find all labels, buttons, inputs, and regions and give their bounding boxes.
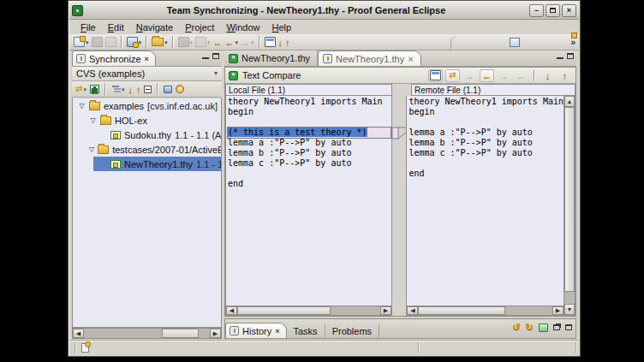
print-button[interactable] [104, 35, 117, 50]
maximize-editor-button[interactable] [567, 53, 574, 59]
scroll-right-button[interactable]: ▶ [210, 329, 221, 338]
tab-synchronize[interactable]: Synchronize × [72, 50, 156, 66]
scroll-down-button[interactable]: ▼ [564, 304, 575, 315]
tree-row-hol-ex[interactable]: ▽ HOL-ex [73, 113, 221, 128]
tab-tasks[interactable]: Tasks [287, 323, 325, 338]
refresh-button[interactable]: ↺ [513, 323, 521, 332]
scrollbar-track[interactable] [564, 107, 575, 304]
previous-difference-button[interactable]: ↑ [558, 69, 572, 82]
pin-history-button[interactable] [539, 323, 548, 332]
copy-change-left-button[interactable]: ← [480, 69, 494, 82]
ancestor-pane-button[interactable] [428, 69, 443, 82]
copy-all-right-button[interactable]: → [462, 69, 477, 82]
fast-view-icon[interactable] [81, 343, 89, 353]
remote-horizontal-scrollbar[interactable]: ◀ ▶ [407, 306, 564, 315]
menu-help[interactable]: Help [266, 21, 298, 33]
scrollbar-thumb[interactable] [564, 107, 575, 292]
scrollbar-track[interactable] [84, 329, 210, 338]
collapse-all-button[interactable] [143, 82, 152, 97]
synchronize-button[interactable]: ▾ [126, 35, 143, 50]
scrollbar-track[interactable] [237, 306, 380, 315]
previous-change-button[interactable]: ↑ [135, 82, 142, 97]
checkout-button[interactable]: ▾ [151, 35, 169, 50]
layout-mode-button[interactable]: ▾ [110, 82, 126, 97]
last-edit-location-button[interactable] [264, 35, 277, 50]
menu-edit[interactable]: Edit [102, 21, 130, 33]
maximize-view-button[interactable] [565, 324, 572, 330]
remote-vertical-scrollbar[interactable]: ▲ ▼ [564, 96, 575, 315]
sidebar-horizontal-scrollbar[interactable]: ◀ ▶ [72, 328, 222, 339]
tab-problems[interactable]: Problems [325, 323, 379, 338]
remote-code[interactable]: theory NewTheory1 imports Main begin lem… [407, 96, 564, 315]
link-refresh-button[interactable]: ↻ [526, 323, 534, 332]
scroll-left-button[interactable]: ◀ [407, 306, 418, 315]
dropdown-icon[interactable]: ▾ [86, 39, 89, 45]
menu-project[interactable]: Project [179, 21, 220, 33]
selected-row-highlight[interactable]: NewTheory1.thy 1.1 - 1.1 (A [93, 157, 222, 171]
maximize-button[interactable] [546, 4, 560, 17]
tree-row-newtheory1[interactable]: NewTheory1.thy 1.1 - 1.1 (A [73, 157, 221, 171]
close-tab-icon[interactable]: × [275, 327, 279, 335]
local-code[interactable]: theory NewTheory1 imports Main begin (* … [226, 96, 391, 315]
synchronize-refresh-button[interactable]: ⇄▾ [75, 82, 87, 97]
dropdown-icon[interactable]: ▾ [164, 39, 168, 45]
dropdown-icon[interactable]: ▾ [139, 39, 142, 45]
save-button[interactable] [91, 35, 104, 50]
tab-newtheory1-editor[interactable]: * NewTheory1.thy [224, 50, 318, 66]
back-button[interactable]: ← [212, 35, 224, 50]
tab-newtheory1-compare[interactable]: NewTheory1.thy × [318, 50, 421, 66]
scroll-right-button[interactable]: ▶ [552, 306, 564, 315]
copy-right-button[interactable]: → [497, 69, 511, 82]
link-with-editor-button[interactable] [163, 82, 173, 97]
expander-icon[interactable]: ▽ [78, 102, 86, 110]
scroll-left-button[interactable]: ◀ [226, 306, 237, 315]
scrollbar-thumb[interactable] [418, 306, 505, 315]
menu-window[interactable]: Window [220, 21, 265, 33]
tab-history[interactable]: History × [225, 323, 287, 338]
pin-button[interactable] [89, 82, 100, 97]
expander-icon[interactable]: ▽ [89, 145, 94, 153]
tree-row-examples[interactable]: ▽ examples [cvs.inf.ed.ac.uk] [73, 98, 221, 113]
close-button[interactable]: × [562, 4, 576, 17]
expander-icon[interactable]: ▽ [89, 116, 97, 124]
schedule-button[interactable] [175, 82, 185, 97]
remote-file-pane[interactable]: theory NewTheory1 imports Main begin lem… [406, 96, 575, 316]
copy-left-button[interactable]: ← [514, 69, 528, 82]
next-difference-button[interactable]: ↓ [540, 69, 555, 82]
previous-annotation-button[interactable]: ↑ [284, 35, 291, 50]
restore-view-button[interactable] [553, 324, 560, 330]
scroll-up-button[interactable]: ▲ [564, 96, 575, 107]
more-toolbar-items-button[interactable]: » [570, 38, 575, 47]
next-annotation-button[interactable]: ↓ [277, 35, 284, 50]
tree-row-sudoku[interactable]: Sudoku.thy 1.1 - 1.1 (ASCII - [73, 128, 221, 142]
scroll-left-button[interactable]: ◀ [73, 329, 84, 338]
close-tab-icon[interactable]: × [145, 55, 149, 63]
new-wizard-button[interactable]: ▾ [73, 35, 90, 50]
minimize-editor-button[interactable] [557, 53, 564, 59]
local-horizontal-scrollbar[interactable]: ◀ ▶ [226, 306, 391, 315]
dropdown-icon[interactable]: ▾ [236, 39, 239, 45]
code-line-diff-highlight[interactable]: (* this is a test theory *) [228, 128, 391, 138]
menu-navigate[interactable]: Navigate [130, 21, 179, 33]
view-menu-button[interactable]: ▾ [214, 70, 218, 77]
title-bar[interactable]: Team Synchronizing - NewTheory1.thy - Pr… [69, 2, 579, 20]
scrollbar-track[interactable] [418, 306, 552, 315]
next-change-button[interactable]: ↓ [127, 82, 134, 97]
minimize-button[interactable]: – [529, 4, 544, 17]
scrollbar-thumb[interactable] [162, 329, 199, 338]
swap-panes-button[interactable]: ⇄ [445, 69, 460, 82]
scrollbar-thumb[interactable] [237, 306, 331, 315]
back-history-button[interactable]: ←▾ [224, 35, 240, 50]
dropdown-icon[interactable]: ▾ [83, 86, 86, 92]
forward-button[interactable]: →▾ [240, 35, 255, 50]
open-perspective-button[interactable] [509, 35, 521, 50]
commit-button[interactable]: ▾ [194, 35, 212, 50]
menu-file[interactable]: File [75, 21, 102, 33]
scroll-right-button[interactable]: ▶ [380, 306, 391, 315]
maximize-view-button[interactable] [212, 53, 219, 59]
dropdown-icon[interactable]: ▾ [122, 86, 125, 92]
local-file-pane[interactable]: theory NewTheory1 imports Main begin (* … [225, 96, 392, 316]
tree-row-testcases[interactable]: ▽ testcases/2007-01/ActiveEditorV [73, 142, 221, 157]
update-button[interactable]: ▾ [177, 35, 194, 50]
close-tab-icon[interactable]: × [408, 54, 413, 64]
